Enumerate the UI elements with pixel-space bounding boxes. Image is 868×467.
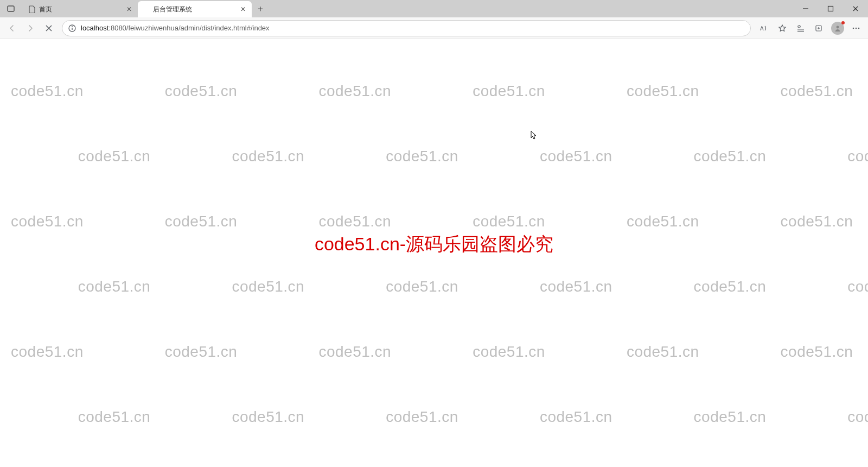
browser-tab-home[interactable]: 首页 ✕ — [24, 1, 138, 17]
watermark-text: code51.cn — [781, 83, 853, 100]
watermark-text: code51.cn — [694, 148, 767, 165]
watermark-text: code51.cn — [11, 83, 84, 100]
browser-titlebar: 首页 ✕ 后台管理系统 ✕ ＋ — [0, 0, 868, 17]
watermark-row: code51.cncode51.cncode51.cncode51.cncode… — [11, 343, 868, 361]
loading-icon — [142, 5, 150, 13]
svg-point-17 — [853, 27, 854, 29]
svg-point-18 — [856, 27, 857, 29]
watermark-text: code51.cn — [847, 39, 868, 40]
profile-avatar-button[interactable] — [831, 22, 844, 35]
svg-rect-0 — [8, 6, 14, 11]
watermark-text: code51.cn — [473, 83, 545, 100]
watermark-row: code51.cncode51.cncode51.cncode51.cncode… — [0, 148, 868, 165]
svg-point-9 — [72, 26, 73, 27]
watermark-text: code51.cn — [232, 39, 304, 40]
tab-close-button[interactable]: ✕ — [239, 5, 247, 14]
favorites-star-button[interactable] — [774, 20, 791, 37]
watermark-text: code51.cn — [232, 408, 304, 426]
watermark-text: code51.cn — [473, 343, 545, 361]
watermark-text: code51.cn — [318, 343, 391, 361]
watermark-text: code51.cn — [847, 148, 868, 165]
svg-point-16 — [837, 26, 839, 28]
watermark-text: code51.cn — [232, 278, 304, 295]
nav-back-button[interactable] — [3, 20, 21, 37]
nav-forward-button[interactable] — [22, 20, 39, 37]
watermark-text: code51.cn — [781, 213, 853, 230]
watermark-text: code51.cn — [847, 278, 868, 295]
watermark-row: code51.cncode51.cncode51.cncode51.cncode… — [11, 83, 868, 100]
watermark-text: code51.cn — [386, 148, 458, 165]
toolbar-right: A — [755, 20, 865, 37]
watermark-row: code51.cncode51.cncode51.cncode51.cncode… — [0, 408, 868, 426]
watermark-text: code51.cn — [11, 343, 84, 361]
collections-button[interactable] — [810, 20, 828, 37]
site-info-icon[interactable] — [68, 24, 76, 33]
watermark-text: code51.cn — [694, 278, 767, 295]
watermark-text: code51.cn — [694, 408, 767, 426]
new-tab-button[interactable]: ＋ — [253, 1, 268, 16]
svg-rect-2 — [828, 7, 833, 11]
watermark-text: code51.cn — [386, 39, 458, 40]
watermark-text: code51.cn — [540, 408, 612, 426]
watermark-text: code51.cn — [540, 39, 612, 40]
watermark-text: code51.cn — [473, 213, 545, 230]
watermark-text: code51.cn — [11, 213, 84, 230]
browser-tab-admin[interactable]: 后台管理系统 ✕ — [138, 1, 252, 17]
window-close-button[interactable] — [843, 0, 868, 17]
url-path: :8080/feiwuzhiwenhua/admin/dist/index.ht… — [108, 24, 269, 32]
watermark-text: code51.cn — [78, 278, 151, 295]
watermark-row: code51.cncode51.cncode51.cncode51.cncode… — [0, 278, 868, 295]
watermark-text: code51.cn — [78, 408, 151, 426]
watermark-text: code51.cn — [627, 213, 699, 230]
watermark-text: code51.cn — [386, 408, 458, 426]
svg-text:A: A — [760, 26, 764, 31]
watermark-text: code51.cn — [540, 148, 612, 165]
titlebar-left — [0, 0, 22, 17]
url-host: localhost — [81, 24, 108, 32]
watermark-center-text: code51.cn-源码乐园盗图必究 — [315, 232, 553, 257]
watermark-text: code51.cn — [627, 83, 699, 100]
tab-actions-button[interactable] — [3, 1, 18, 16]
svg-point-19 — [858, 27, 860, 29]
address-bar[interactable]: localhost:8080/feiwuzhiwenhua/admin/dist… — [62, 20, 751, 36]
pointer-cursor-icon — [529, 130, 538, 141]
tab-title: 后台管理系统 — [153, 5, 235, 14]
watermark-text: code51.cn — [232, 148, 304, 165]
watermark-text: code51.cn — [165, 213, 238, 230]
tab-close-button[interactable]: ✕ — [125, 5, 133, 14]
url-text: localhost:8080/feiwuzhiwenhua/admin/dist… — [81, 24, 745, 32]
watermark-text: code51.cn — [694, 39, 767, 40]
tab-strip: 首页 ✕ 后台管理系统 ✕ ＋ — [24, 0, 268, 17]
page-icon — [28, 5, 36, 13]
favorites-list-button[interactable] — [792, 20, 809, 37]
settings-menu-button[interactable] — [847, 20, 865, 37]
watermark-text: code51.cn — [78, 148, 151, 165]
window-controls — [793, 0, 868, 17]
watermark-text: code51.cn — [78, 39, 151, 40]
watermark-text: code51.cn — [540, 278, 612, 295]
watermark-text: code51.cn — [165, 343, 238, 361]
titlebar-drag-region — [268, 0, 793, 17]
watermark-text: code51.cn — [781, 343, 853, 361]
watermark-row: code51.cncode51.cncode51.cncode51.cncode… — [11, 213, 868, 230]
watermark-text: code51.cn — [318, 213, 391, 230]
watermark-text: code51.cn — [847, 408, 868, 426]
page-viewport: code51.cncode51.cncode51.cncode51.cncode… — [0, 39, 868, 467]
watermark-text: code51.cn — [386, 278, 458, 295]
window-minimize-button[interactable] — [793, 0, 818, 17]
watermark-text: code51.cn — [165, 83, 238, 100]
nav-stop-button[interactable] — [40, 20, 58, 37]
watermark-row: code51.cncode51.cncode51.cncode51.cncode… — [0, 39, 868, 40]
read-aloud-button[interactable]: A — [755, 20, 773, 37]
browser-toolbar: localhost:8080/feiwuzhiwenhua/admin/dist… — [0, 17, 868, 39]
watermark-text: code51.cn — [318, 83, 391, 100]
watermark-text: code51.cn — [627, 343, 699, 361]
window-maximize-button[interactable] — [818, 0, 843, 17]
tab-title: 首页 — [39, 5, 122, 14]
